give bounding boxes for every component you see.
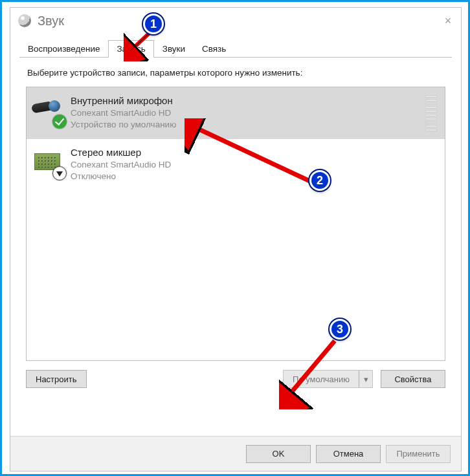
- microphone-icon: [32, 98, 60, 116]
- device-title: Внутренний микрофон: [71, 95, 420, 106]
- tab-communications[interactable]: Связь: [194, 40, 234, 58]
- device-icon: [32, 94, 68, 130]
- sound-settings-window: Звук × Воспроизведение Запись Звуки Связ…: [10, 7, 462, 471]
- dialog-button-bar: OK Отмена Применить: [10, 436, 461, 471]
- titlebar: Звук ×: [10, 8, 461, 34]
- instruction-text: Выберите устройство записи, параметры ко…: [27, 68, 448, 78]
- level-meter: [425, 95, 437, 131]
- device-desc: Conexant SmartAudio HD: [71, 159, 440, 171]
- default-check-icon: [52, 114, 67, 129]
- tab-content: Выберите устройство записи, параметры ко…: [10, 58, 461, 388]
- tab-underline: [19, 57, 452, 58]
- tab-sounds[interactable]: Звуки: [154, 40, 194, 58]
- set-default-dropdown[interactable]: ▾: [359, 370, 373, 388]
- tab-recording[interactable]: Запись: [108, 40, 153, 58]
- device-buttons-row: Настроить По умолчанию ▾ Свойства: [26, 370, 445, 388]
- disabled-arrow-icon: [52, 166, 67, 180]
- cancel-button[interactable]: Отмена: [316, 445, 381, 463]
- set-default-splitbutton: По умолчанию ▾: [283, 370, 373, 388]
- configure-button[interactable]: Настроить: [26, 370, 87, 388]
- annotation-callout-1: 1: [143, 14, 164, 34]
- set-default-button[interactable]: По умолчанию: [283, 370, 359, 388]
- close-button[interactable]: ×: [442, 14, 454, 27]
- chevron-down-icon: ▾: [364, 374, 368, 384]
- device-listbox[interactable]: Внутренний микрофон Conexant SmartAudio …: [26, 87, 445, 361]
- device-text: Стерео микшер Conexant SmartAudio HD Отк…: [71, 146, 440, 182]
- annotation-callout-3: 3: [330, 319, 350, 340]
- tab-strip: Воспроизведение Запись Звуки Связь: [19, 38, 452, 57]
- device-status: Отключено: [71, 171, 440, 182]
- tab-playback[interactable]: Воспроизведение: [19, 40, 108, 58]
- device-title: Стерео микшер: [71, 147, 440, 158]
- window-title: Звук: [38, 14, 64, 28]
- device-text: Внутренний микрофон Conexant SmartAudio …: [71, 94, 420, 130]
- device-item-stereo-mixer[interactable]: Стерео микшер Conexant SmartAudio HD Отк…: [27, 139, 445, 189]
- device-desc: Conexant SmartAudio HD: [71, 107, 420, 119]
- ok-button[interactable]: OK: [246, 445, 311, 463]
- sound-app-icon: [18, 14, 31, 27]
- annotation-callout-2: 2: [309, 170, 330, 191]
- apply-button[interactable]: Применить: [386, 445, 451, 463]
- device-icon: [32, 146, 68, 182]
- device-item-internal-microphone[interactable]: Внутренний микрофон Conexant SmartAudio …: [27, 87, 445, 139]
- properties-button[interactable]: Свойства: [381, 370, 445, 388]
- close-icon: ×: [445, 14, 452, 28]
- annotated-frame: Звук × Воспроизведение Запись Звуки Связ…: [0, 0, 470, 476]
- device-status: Устройство по умолчанию: [71, 119, 420, 131]
